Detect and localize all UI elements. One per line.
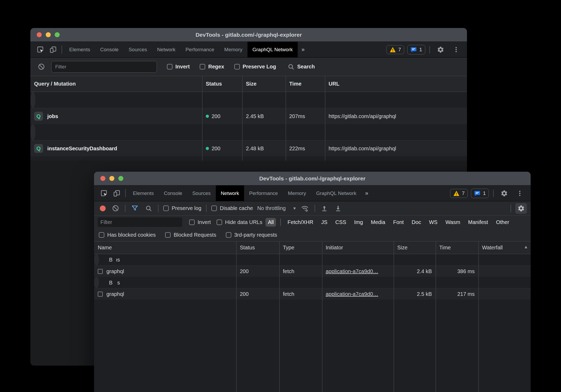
- table-row[interactable]: Quser 200 2.57 kB 211ms https://gitlab.c…: [30, 92, 35, 108]
- search-group[interactable]: Search: [288, 63, 315, 70]
- regex-checkbox[interactable]: [200, 64, 205, 69]
- type-filter-ws[interactable]: WS: [427, 218, 440, 227]
- has-blocked-cookies-checkbox[interactable]: [99, 232, 104, 238]
- tab-memory[interactable]: Memory: [219, 42, 247, 57]
- type-filter-fetch-xhr[interactable]: Fetch/XHR: [285, 218, 316, 227]
- settings-gear-icon[interactable]: [498, 190, 511, 197]
- hide-data-urls-checkbox-group[interactable]: Hide data URLs: [217, 219, 262, 225]
- column-divider[interactable]: [394, 241, 394, 392]
- tab-network[interactable]: Network: [152, 42, 181, 57]
- column-divider[interactable]: [286, 76, 286, 161]
- has-blocked-cookies-checkbox-group[interactable]: Has blocked cookies: [99, 232, 156, 238]
- type-filter-wasm[interactable]: Wasm: [443, 218, 462, 227]
- column-header-time[interactable]: Time: [436, 245, 478, 251]
- column-divider[interactable]: [202, 76, 203, 161]
- network-settings-gear-icon[interactable]: [515, 203, 527, 214]
- blocked-requests-checkbox-group[interactable]: Blocked Requests: [165, 232, 216, 238]
- tab-console[interactable]: Console: [159, 185, 187, 201]
- invert-checkbox-group[interactable]: Invert: [167, 64, 190, 70]
- clear-icon[interactable]: [109, 205, 122, 212]
- column-divider[interactable]: [242, 76, 243, 161]
- kebab-menu-icon[interactable]: [514, 190, 526, 197]
- type-filter-doc[interactable]: Doc: [409, 218, 424, 227]
- type-filter-css[interactable]: CSS: [333, 218, 349, 227]
- network-filter-input[interactable]: [98, 217, 182, 227]
- kebab-menu-icon[interactable]: [450, 46, 462, 53]
- column-header-size[interactable]: Size: [394, 245, 436, 251]
- row-checkbox[interactable]: [98, 292, 103, 297]
- tab-memory[interactable]: Memory: [283, 185, 311, 201]
- tab-network-active[interactable]: Network: [216, 185, 244, 201]
- column-divider[interactable]: [325, 76, 325, 161]
- clear-icon[interactable]: [35, 63, 48, 70]
- column-header-query-mutation[interactable]: Query / Mutation: [30, 81, 202, 87]
- regex-checkbox-group[interactable]: Regex: [200, 64, 224, 70]
- invert-checkbox[interactable]: [189, 220, 195, 225]
- titlebar[interactable]: DevTools - gitlab.com/-/graphql-explorer: [94, 172, 531, 185]
- type-filter-all[interactable]: All: [265, 218, 276, 227]
- column-divider[interactable]: [436, 241, 436, 392]
- zoom-button[interactable]: [55, 32, 60, 37]
- type-filter-img[interactable]: Img: [352, 218, 365, 227]
- device-toolbar-icon[interactable]: [110, 185, 123, 201]
- initiator-link[interactable]: application-a7ca9d0…: [326, 268, 378, 274]
- warnings-badge[interactable]: 7: [450, 189, 468, 198]
- type-filter-js[interactable]: JS: [319, 218, 330, 227]
- filter-funnel-icon[interactable]: [129, 205, 141, 212]
- column-divider[interactable]: [236, 241, 237, 392]
- column-header-size[interactable]: Size: [242, 81, 286, 87]
- type-filter-font[interactable]: Font: [391, 218, 406, 227]
- tab-graphql-network-active[interactable]: GraphQL Network: [247, 42, 298, 57]
- table-row[interactable]: graphql 200 fetch application-a7ca9d0… 2…: [94, 254, 99, 265]
- tab-elements[interactable]: Elements: [64, 42, 95, 57]
- invert-checkbox[interactable]: [167, 64, 172, 69]
- column-header-type[interactable]: Type: [279, 245, 322, 251]
- filter-input[interactable]: [51, 61, 157, 73]
- zoom-button[interactable]: [118, 176, 123, 181]
- column-header-status[interactable]: Status: [202, 81, 242, 87]
- issues-badge[interactable]: 1: [407, 45, 425, 54]
- column-header-status[interactable]: Status: [236, 245, 279, 251]
- column-divider[interactable]: [478, 241, 479, 392]
- export-har-icon[interactable]: [332, 205, 344, 212]
- preserve-log-checkbox-group[interactable]: Preserve log: [163, 205, 201, 211]
- column-header-initiator[interactable]: Initiator: [322, 245, 394, 251]
- type-filter-manifest[interactable]: Manifest: [466, 218, 490, 227]
- initiator-link[interactable]: application-a7ca9d0…: [326, 291, 378, 297]
- third-party-requests-checkbox[interactable]: [226, 232, 231, 238]
- tab-elements[interactable]: Elements: [128, 185, 159, 201]
- column-header-waterfall[interactable]: Waterfall ▲: [478, 245, 531, 251]
- hide-data-urls-checkbox[interactable]: [217, 220, 222, 225]
- tab-sources[interactable]: Sources: [187, 185, 216, 201]
- column-header-url[interactable]: URL: [325, 81, 467, 87]
- table-row[interactable]: Qusers 200 2.7 kB 9s https://gitlab.com/…: [30, 124, 35, 140]
- network-conditions-icon[interactable]: [298, 204, 311, 212]
- type-filter-media[interactable]: Media: [368, 218, 387, 227]
- table-row[interactable]: Qjobs 200 2.45 kB 207ms https://gitlab.c…: [30, 108, 467, 124]
- table-row[interactable]: graphql 200 fetch application-a7ca9d0… 2…: [94, 265, 531, 277]
- record-button[interactable]: [100, 206, 106, 211]
- row-checkbox[interactable]: [98, 269, 103, 274]
- search-icon[interactable]: [288, 63, 294, 70]
- type-filter-other[interactable]: Other: [494, 218, 512, 227]
- tab-sources[interactable]: Sources: [124, 42, 152, 57]
- more-tabs-icon[interactable]: »: [298, 42, 308, 57]
- titlebar[interactable]: DevTools - gitlab.com/-/graphql-explorer: [30, 28, 467, 42]
- tab-performance[interactable]: Performance: [180, 42, 219, 57]
- close-button[interactable]: [100, 176, 105, 181]
- inspect-element-icon[interactable]: [34, 42, 47, 57]
- preserve-log-checkbox[interactable]: [234, 64, 240, 69]
- table-row[interactable]: graphql 200 fetch application-a7ca9d0… 2…: [94, 277, 99, 288]
- table-row[interactable]: QinstanceSecurityDashboard 200 2.48 kB 2…: [30, 140, 467, 156]
- table-row[interactable]: graphql 200 fetch application-a7ca9d0… 2…: [94, 288, 531, 300]
- preserve-log-checkbox[interactable]: [163, 206, 169, 211]
- settings-gear-icon[interactable]: [434, 46, 447, 53]
- column-header-name[interactable]: Name: [94, 245, 236, 251]
- inspect-element-icon[interactable]: [98, 185, 110, 201]
- close-button[interactable]: [37, 32, 42, 37]
- column-header-time[interactable]: Time: [286, 81, 325, 87]
- minimize-button[interactable]: [109, 176, 114, 181]
- more-tabs-icon[interactable]: »: [361, 185, 372, 201]
- warnings-badge[interactable]: 7: [386, 45, 404, 54]
- device-toolbar-icon[interactable]: [47, 42, 59, 57]
